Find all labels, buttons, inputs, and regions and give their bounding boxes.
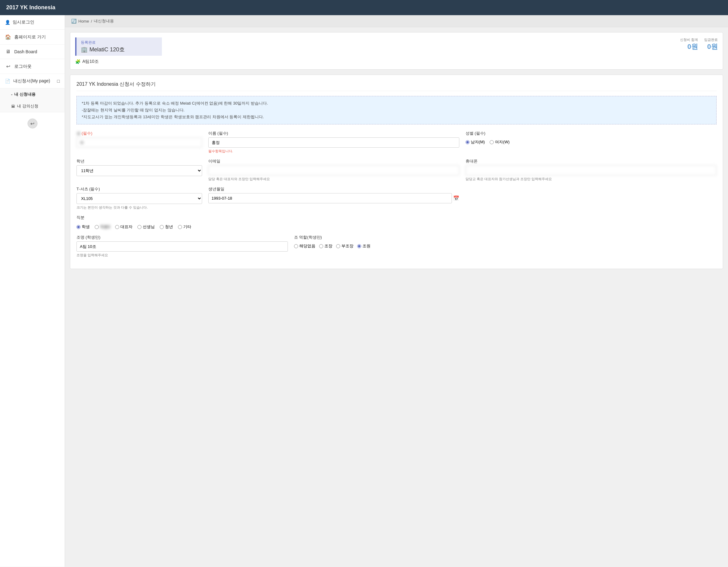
main-content: 🔄 Home / 내신청내용 등록완료 🏢 MelatiC 120호 (65, 15, 728, 567)
login-label: 임시로그인 (13, 19, 34, 25)
phone-label: 휴대폰 (466, 158, 717, 164)
form-row-names: 성 (필수) 이름 (필수) 필수항목입니다. 성별 (필수) (76, 131, 717, 154)
notice-box: *1차 등록 마감이 되었습니다. 추가 등록으로 숙소 배정 Melati C… (76, 96, 717, 124)
role-none-text: 해당없음 (299, 243, 315, 249)
position-options: 학생 직분2 대표자 선생님 (76, 224, 191, 230)
position-rep-label[interactable]: 대표자 (115, 224, 132, 230)
form-group-gender: 성별 (필수) 남자(M) 여자(W) (466, 131, 717, 145)
position-youth-label[interactable]: 청년 (160, 224, 173, 230)
role-leader-text: 조장 (324, 243, 332, 249)
grade-select[interactable]: 9학년 10학년 11학년 12학년 성인 (76, 165, 202, 176)
gender-female-radio[interactable] (490, 140, 494, 144)
gender-male-radio[interactable] (466, 140, 470, 144)
sidebar-item-mypage[interactable]: 📄 내신청서(My page) □ (0, 74, 65, 89)
sidebar-item-my-class[interactable]: 🏛 내 강의신청 (0, 100, 65, 112)
position-youth-text: 청년 (165, 224, 173, 230)
role-label: 조 역할(학생만) (294, 235, 717, 240)
phone-input[interactable] (466, 165, 717, 175)
tshirt-select[interactable]: S85 M90 L100 XL105 XXL110 (76, 193, 202, 204)
role-none-radio[interactable] (294, 244, 298, 248)
breadcrumb: 🔄 Home / 내신청내용 (65, 15, 728, 27)
form-group-phone: 휴대폰 담당교 혹은 대표자와 참가선생님과 조장만 입력해주세요 (466, 158, 717, 181)
form-group-group: 조명 (학생만) 조명을 입력해주세요 (76, 235, 288, 258)
surname-label-text: 성 (76, 131, 80, 136)
role-none-label[interactable]: 해당없음 (294, 243, 315, 249)
group-label: 조명 (학생만) (76, 235, 288, 240)
tshirt-hint: 크기는 본인이 생각하는 것과 다를 수 있습니다. (76, 205, 202, 210)
position-teacher-text: 선생님 (143, 224, 155, 230)
role-vleader-radio[interactable] (336, 244, 340, 248)
mypage-icon: 📄 (5, 79, 10, 84)
form-row-tshirt-birth: T-셔츠 (필수) S85 M90 L100 XL105 XXL110 크기는 … (76, 186, 717, 210)
role-leader-radio[interactable] (319, 244, 323, 248)
sidebar-mypage-label: 내신청서(My page) (13, 78, 50, 84)
sidebar-item-logout[interactable]: ↩ 로그아웃 (0, 59, 65, 74)
email-hint: 담당 혹은 대표자와 조장만 입력해주세요 (208, 177, 459, 181)
position-teacher-radio[interactable] (137, 225, 141, 229)
reg-team-value: A팀10조 (82, 59, 99, 64)
team-icon: 🧩 (75, 59, 80, 64)
email-input[interactable] (208, 165, 459, 175)
notice-line-3: *지도교사가 없는 개인학생등록과 13세미만 학생은 학생보호와 캠프관리 차… (82, 114, 711, 120)
gender-female-label[interactable]: 여자(W) (490, 139, 509, 145)
position-other-text: 기타 (183, 224, 191, 230)
position-student-radio[interactable] (76, 225, 80, 229)
position-label: 직분 (76, 215, 85, 220)
position-rep-radio[interactable] (115, 225, 119, 229)
reg-left: 등록완료 🏢 MelatiC 120호 🧩 A팀10조 (75, 37, 162, 64)
firstname-input[interactable] (208, 137, 459, 148)
sidebar-item-home[interactable]: 🏠 홈페이지로 가기 (0, 30, 65, 45)
app-header: 2017 YK Indonesia (0, 0, 728, 15)
position-blurred-label[interactable]: 직분2 (95, 224, 110, 230)
role-member-radio[interactable] (357, 244, 361, 248)
my-apply-dash: - (11, 92, 12, 97)
position-student-label[interactable]: 학생 (76, 224, 90, 230)
firstname-required-msg: 필수항목입니다. (208, 149, 459, 154)
breadcrumb-current: 내신청내용 (94, 18, 114, 24)
form-group-role: 조 역할(학생만) 해당없음 조장 (294, 235, 717, 249)
birth-label: 생년월일 (208, 186, 459, 192)
birth-input[interactable] (208, 193, 452, 203)
role-vleader-label[interactable]: 부조장 (336, 243, 353, 249)
room-icon: 🏢 (81, 46, 88, 53)
form-group-firstname: 이름 (필수) 필수항목입니다. (208, 131, 459, 154)
calendar-icon[interactable]: 📅 (453, 195, 459, 201)
form-group-surname: 성 (필수) (76, 131, 202, 148)
sidebar-login[interactable]: 👤 임시로그인 (0, 15, 65, 30)
sidebar-logout-label: 로그아웃 (14, 64, 32, 69)
form-group-tshirt: T-셔츠 (필수) S85 M90 L100 XL105 XXL110 크기는 … (76, 186, 202, 210)
group-input[interactable] (76, 241, 288, 252)
gender-options: 남자(M) 여자(W) (466, 139, 717, 145)
role-member-label[interactable]: 조원 (357, 243, 371, 249)
position-youth-radio[interactable] (160, 225, 164, 229)
refresh-icon[interactable]: 🔄 (71, 19, 76, 24)
fee-value: 0원 (680, 42, 698, 51)
position-other-radio[interactable] (178, 225, 182, 229)
position-teacher-label[interactable]: 선생님 (137, 224, 155, 230)
form-group-grade: 학년 9학년 10학년 11학년 12학년 성인 (76, 158, 202, 176)
breadcrumb-home[interactable]: Home (78, 19, 89, 24)
my-class-icon: 🏛 (11, 104, 15, 109)
fee-label: 신청비 합계 (680, 37, 698, 42)
group-placeholder: 조명을 입력해주세요 (76, 253, 288, 258)
paid-label: 입금완료 (704, 37, 718, 42)
reg-right: 신청비 합계 0원 입금완료 0원 (680, 37, 718, 51)
gender-male-label[interactable]: 남자(M) (466, 139, 485, 145)
email-label: 이메일 (208, 158, 459, 164)
reg-fee: 신청비 합계 0원 (680, 37, 698, 51)
surname-input[interactable] (76, 137, 202, 148)
home-icon: 🏠 (5, 34, 11, 40)
form-row-grade-email-phone: 학년 9학년 10학년 11학년 12학년 성인 이메일 담당 혹은 대표자와 … (76, 158, 717, 181)
reg-status-title: 🏢 MelatiC 120호 (81, 46, 158, 53)
gender-female-text: 여자(W) (495, 139, 509, 145)
role-options: 해당없음 조장 부조장 (294, 243, 717, 249)
role-leader-label[interactable]: 조장 (319, 243, 332, 249)
form-row-group-role: 조명 (학생만) 조명을 입력해주세요 조 역할(학생만) 해당없음 (76, 235, 717, 258)
position-student-text: 학생 (82, 224, 90, 230)
position-blurred-radio[interactable] (95, 225, 99, 229)
reg-team: 🧩 A팀10조 (75, 59, 162, 64)
position-other-label[interactable]: 기타 (178, 224, 191, 230)
sidebar-item-dashboard[interactable]: 🖥 Dash Board (0, 45, 65, 59)
sidebar-item-my-apply[interactable]: - 내 신청내용 (0, 89, 65, 100)
sidebar-toggle-button[interactable]: ↩ (28, 119, 37, 128)
